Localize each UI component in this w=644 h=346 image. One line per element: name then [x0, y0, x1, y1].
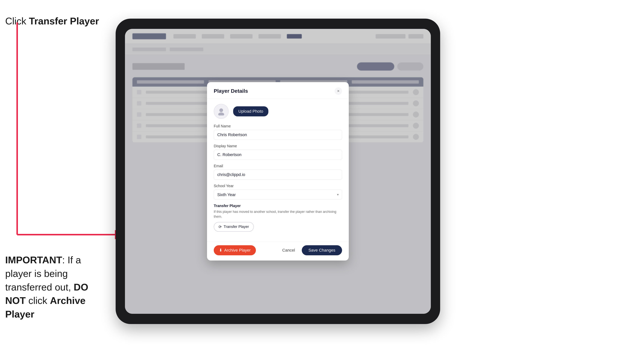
transfer-player-button[interactable]: ⟳ Transfer Player — [214, 222, 254, 232]
archive-button-label: Archive Player — [224, 248, 251, 253]
archive-player-button[interactable]: ⬇ Archive Player — [214, 245, 256, 255]
display-name-group: Display Name — [214, 144, 342, 160]
email-input[interactable] — [214, 170, 342, 180]
instruction-prefix: Click — [5, 16, 29, 26]
upload-photo-button[interactable]: Upload Photo — [233, 106, 268, 116]
svg-point-4 — [218, 113, 224, 115]
transfer-section-title: Transfer Player — [214, 204, 342, 208]
transfer-icon: ⟳ — [218, 225, 222, 229]
modal-header: Player Details × — [207, 82, 349, 99]
transfer-button-label: Transfer Player — [224, 225, 249, 229]
archive-icon: ⬇ — [219, 248, 222, 253]
email-label: Email — [214, 164, 342, 168]
modal-footer: ⬇ Archive Player Cancel Save Changes — [207, 241, 349, 261]
person-icon — [217, 107, 225, 115]
instruction-important: IMPORTANT — [5, 255, 62, 265]
modal-body: Upload Photo Full Name Display Name — [207, 99, 349, 241]
save-changes-button[interactable]: Save Changes — [302, 245, 342, 255]
full-name-label: Full Name — [214, 124, 342, 128]
avatar — [214, 104, 229, 119]
instruction-top: Click Transfer Player — [5, 15, 99, 27]
player-details-modal: Player Details × Upload Photo — [207, 82, 349, 260]
instruction-body2: click — [26, 295, 50, 306]
tablet-screen: Player Details × Upload Photo — [125, 29, 431, 314]
transfer-section-description: If this player has moved to another scho… — [214, 209, 342, 219]
tablet-frame: Player Details × Upload Photo — [116, 19, 440, 324]
cancel-button[interactable]: Cancel — [278, 245, 298, 255]
modal-title: Player Details — [214, 88, 248, 94]
school-year-group: School Year First Year Second Year Third… — [214, 184, 342, 200]
avatar-section: Upload Photo — [214, 104, 342, 119]
instruction-bottom: IMPORTANT: If a player is being transfer… — [5, 253, 110, 321]
full-name-group: Full Name — [214, 124, 342, 140]
full-name-input[interactable] — [214, 130, 342, 140]
school-year-label: School Year — [214, 184, 342, 188]
transfer-player-section: Transfer Player If this player has moved… — [214, 204, 342, 231]
svg-point-3 — [219, 108, 223, 112]
modal-close-button[interactable]: × — [334, 87, 342, 95]
school-year-select[interactable]: First Year Second Year Third Year Fourth… — [214, 189, 342, 200]
display-name-input[interactable] — [214, 150, 342, 160]
instruction-highlight: Transfer Player — [29, 16, 99, 26]
display-name-label: Display Name — [214, 144, 342, 148]
email-group: Email — [214, 164, 342, 180]
modal-overlay: Player Details × Upload Photo — [125, 29, 431, 314]
school-year-select-wrapper: First Year Second Year Third Year Fourth… — [214, 189, 342, 200]
